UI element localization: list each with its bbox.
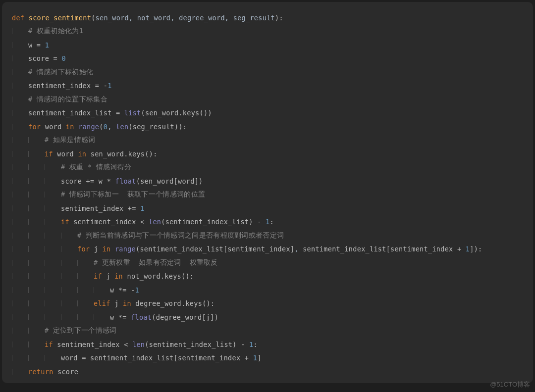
code-line: for word in range(0, len(seg_result)): <box>9 120 533 134</box>
code-text: # 定位到下一个情感词 <box>45 326 533 335</box>
code-text: score = 0 <box>28 54 533 62</box>
code-line: # 情感词的位置下标集合 <box>9 93 533 106</box>
code-text: if j in not_word.keys(): <box>94 272 533 280</box>
code-text: w = 1 <box>28 41 533 49</box>
code-text: word = sentiment_index_list[sentiment_in… <box>61 354 533 362</box>
code-text: # 权重 * 情感词得分 <box>61 163 533 172</box>
code-line: score = 0 <box>9 52 533 66</box>
code-line: elif j in degree_word.keys(): <box>9 297 533 311</box>
watermark-text: @51CTO博客 <box>490 380 530 389</box>
code-line: sentiment_index_list = list(sen_word.key… <box>9 106 533 120</box>
code-text: for j in range(sentiment_index_list[sent… <box>77 245 533 253</box>
code-line: # 情感词下标加一 获取下一个情感词的位置 <box>9 188 533 202</box>
code-line: if sentiment_index < len(sentiment_index… <box>9 215 533 229</box>
code-text: # 更新权重 如果有否定词 权重取反 <box>94 258 533 267</box>
code-text: # 情感词下标加一 获取下一个情感词的位置 <box>61 190 533 199</box>
code-text: score += w * float(sen_word[word]) <box>61 177 533 185</box>
code-line: score += w * float(sen_word[word]) <box>9 174 533 188</box>
code-text: # 如果是情感词 <box>45 136 533 145</box>
code-text: if sentiment_index < len(sentiment_index… <box>61 218 533 226</box>
code-line: word = sentiment_index_list[sentiment_in… <box>9 351 533 365</box>
code-block: def score_sentiment(sen_word, not_word, … <box>2 2 533 383</box>
code-text: sentiment_index = -1 <box>28 82 533 90</box>
code-line: if word in sen_word.keys(): <box>9 147 533 161</box>
code-line: # 定位到下一个情感词 <box>9 324 533 338</box>
code-text: def score_sentiment(sen_word, not_word, … <box>12 14 533 22</box>
code-line: # 权重 * 情感词得分 <box>9 161 533 175</box>
code-line: def score_sentiment(sen_word, not_word, … <box>9 11 533 25</box>
code-line: sentiment_index += 1 <box>9 201 533 215</box>
code-line: if sentiment_index < len(sentiment_index… <box>9 338 533 351</box>
code-line: w = 1 <box>9 38 533 52</box>
code-text: w *= float(degree_word[j]) <box>110 313 533 321</box>
code-line: if j in not_word.keys(): <box>9 270 533 284</box>
code-text: if sentiment_index < len(sentiment_index… <box>45 341 533 348</box>
code-text: # 情感词的位置下标集合 <box>28 95 533 104</box>
code-text: # 判断当前情感词与下一个情感词之间是否有程度副词或者否定词 <box>77 231 533 240</box>
code-line: # 判断当前情感词与下一个情感词之间是否有程度副词或者否定词 <box>9 229 533 243</box>
code-line: # 情感词下标初始化 <box>9 65 533 79</box>
code-text: for word in range(0, len(seg_result)): <box>28 123 533 131</box>
code-line: # 权重初始化为1 <box>9 25 533 39</box>
code-content: def score_sentiment(sen_word, not_word, … <box>9 11 533 379</box>
code-line: for j in range(sentiment_index_list[sent… <box>9 243 533 256</box>
code-text: sentiment_index += 1 <box>61 204 533 212</box>
code-text: w *= -1 <box>110 286 533 294</box>
code-text: sentiment_index_list = list(sen_word.key… <box>28 109 533 117</box>
code-text: return score <box>28 368 533 376</box>
code-text: # 权重初始化为1 <box>28 27 533 36</box>
code-line: w *= -1 <box>9 283 533 297</box>
code-line: return score <box>9 365 533 379</box>
code-line: sentiment_index = -1 <box>9 79 533 93</box>
code-text: elif j in degree_word.keys(): <box>94 299 533 307</box>
code-text: # 情感词下标初始化 <box>28 68 533 77</box>
code-line: # 更新权重 如果有否定词 权重取反 <box>9 256 533 270</box>
code-text: if word in sen_word.keys(): <box>45 150 533 158</box>
code-line: w *= float(degree_word[j]) <box>9 310 533 324</box>
code-line: # 如果是情感词 <box>9 134 533 147</box>
